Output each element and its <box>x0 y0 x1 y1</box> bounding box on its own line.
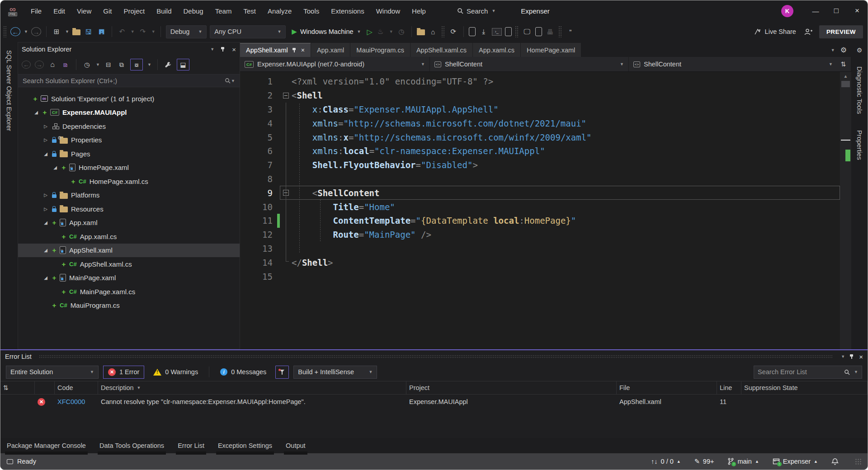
menu-item-extensions[interactable]: Extensions <box>326 5 369 17</box>
chevron-down-icon[interactable]: ▼ <box>210 47 214 52</box>
live-share-button[interactable]: Live Share <box>754 28 796 35</box>
bottom-tab-output[interactable]: Output <box>286 440 306 451</box>
pin-icon[interactable] <box>221 47 226 52</box>
fold-collapse-icon[interactable]: – <box>280 93 292 99</box>
minimize-button[interactable]: — <box>805 2 826 20</box>
menu-item-analyze[interactable]: Analyze <box>263 5 297 17</box>
column-header-code[interactable]: Code <box>55 381 98 394</box>
side-tab-properties[interactable]: Properties <box>855 127 864 164</box>
save-all-button[interactable]: 🖪 <box>97 26 107 37</box>
code-line-9[interactable]: 9– <ShellContent <box>240 186 840 200</box>
side-tab-diagnostic-tools[interactable]: Diagnostic Tools <box>855 63 864 118</box>
menu-item-help[interactable]: Help <box>407 5 431 17</box>
undo-button[interactable]: ↶ <box>117 26 127 37</box>
history-icon[interactable]: ◷ <box>396 26 406 37</box>
code-line-7[interactable]: 7 Shell.FlyoutBehavior="Disabled"> <box>240 158 840 172</box>
editor-tab-mauiprogram-cs[interactable]: MauiProgram.cs <box>350 43 410 57</box>
tree-item-properties[interactable]: ▷Properties <box>18 133 240 147</box>
errors-filter-button[interactable]: ✕ 1 Error <box>103 366 144 379</box>
column-header-description[interactable]: Description▼ <box>98 381 406 394</box>
forward-icon[interactable]: → <box>35 61 44 69</box>
close-icon[interactable]: × <box>859 353 863 361</box>
tree-item-app-xaml-cs[interactable]: +C#App.xaml.cs <box>18 230 240 244</box>
close-icon[interactable]: × <box>301 47 305 54</box>
pin-icon[interactable] <box>292 47 297 53</box>
scroll-up-icon[interactable]: ▲ <box>840 72 851 79</box>
background-tasks-icon[interactable] <box>7 459 13 464</box>
chevron-down-icon[interactable]: ▼ <box>841 354 845 359</box>
navigate-forward-button[interactable]: → <box>31 27 41 36</box>
collapse-all-icon[interactable]: ⊟ <box>104 60 113 70</box>
pending-edits-status[interactable]: ✎ 99+ <box>694 458 714 465</box>
tree-item-mauiprogram-cs[interactable]: +C#MauiProgram.cs <box>18 299 240 313</box>
chevron-down-icon[interactable]: ▼ <box>389 29 393 34</box>
close-button[interactable]: × <box>847 2 868 20</box>
tree-item-pages[interactable]: ◢Pages <box>18 147 240 161</box>
menu-item-view[interactable]: View <box>72 5 96 17</box>
code-line-1[interactable]: 1<?xml version="1.0" encoding="UTF-8" ?> <box>240 75 840 89</box>
bottom-tab-data-tools-operations[interactable]: Data Tools Operations <box>99 440 164 451</box>
split-editor-handle[interactable]: ⇅ <box>841 61 846 68</box>
menu-item-tools[interactable]: Tools <box>298 5 324 17</box>
git-sync-status[interactable]: ↑↓ 0 / 0 ▲ <box>651 458 681 465</box>
bottom-tab-package-manager-console[interactable]: Package Manager Console <box>7 440 86 451</box>
icon-column-header[interactable] <box>35 381 55 394</box>
bottom-tab-error-list[interactable]: Error List <box>178 440 204 451</box>
switch-views-icon[interactable]: 🗈 <box>61 60 70 70</box>
error-list-search-input[interactable]: Search Error List ▼ <box>754 366 862 379</box>
solution-configuration-dropdown[interactable]: Debug▼ <box>166 25 207 38</box>
toolbar-grip[interactable] <box>3 26 6 38</box>
expander-closed-icon[interactable]: ▷ <box>42 137 49 142</box>
menu-item-debug[interactable]: Debug <box>179 5 208 17</box>
navigate-back-button[interactable]: ← <box>10 27 20 36</box>
scrollbar-thumb[interactable] <box>841 81 850 87</box>
tab-list-chevron-icon[interactable]: ▼ <box>831 48 835 52</box>
expander-closed-icon[interactable]: ▷ <box>42 193 49 197</box>
properties-wrench-icon[interactable] <box>164 60 173 70</box>
menu-item-project[interactable]: Project <box>118 5 150 17</box>
chevron-down-icon[interactable]: ▼ <box>147 62 151 67</box>
error-row-xfc0000[interactable]: ✕XFC0000Cannot resolve type "clr-namespa… <box>0 395 868 409</box>
preview-selected-items-button[interactable]: ⬓ <box>177 59 189 70</box>
menu-item-build[interactable]: Build <box>151 5 176 17</box>
menu-item-git[interactable]: Git <box>98 5 117 17</box>
avatar[interactable]: K <box>781 5 793 17</box>
console-icon[interactable]: ›_ <box>492 28 502 36</box>
member-dropdown[interactable]: <> ShellContent ▼ ⇅ <box>629 57 851 71</box>
code-line-12[interactable]: 12 Route="MainPage" /> <box>240 228 840 242</box>
expander-open-icon[interactable]: ◢ <box>42 275 49 280</box>
chevron-down-icon[interactable]: ▼ <box>96 62 100 67</box>
project-dropdown[interactable]: C# Expenser.MAUIAppl (net7.0-android) ▼ <box>240 57 430 71</box>
menu-item-test[interactable]: Test <box>238 5 261 17</box>
code-line-15[interactable]: 15 <box>240 269 840 283</box>
messages-filter-button[interactable]: i 0 Messages <box>216 366 271 379</box>
code-line-3[interactable]: 3 x:Class="Expenser.MAUIAppl.AppShell" <box>240 103 840 117</box>
error-code-link[interactable]: XFC0000 <box>55 398 98 405</box>
tree-item-appshell-xaml[interactable]: ◢+AppShell.xaml <box>18 244 240 258</box>
chevron-down-icon[interactable]: ▼ <box>131 29 135 34</box>
xaml-hot-reload-icon[interactable]: ⟳ <box>448 26 458 37</box>
maximize-button[interactable]: □ <box>826 2 847 20</box>
find-in-files-button[interactable] <box>417 28 425 35</box>
git-repository-status[interactable]: ↑ Expenser ▲ <box>773 458 818 465</box>
code-line-5[interactable]: 5 xmlns:x="http://schemas.microsoft.com/… <box>240 130 840 144</box>
tree-item-resources[interactable]: ▷Resources <box>18 202 240 216</box>
editor-tab-appshell-xaml-cs[interactable]: AppShell.xaml.cs <box>410 43 472 57</box>
tree-item-appshell-xaml-cs[interactable]: +C#AppShell.xaml.cs <box>18 257 240 271</box>
tree-item-mainpage-xaml-cs[interactable]: +C#MainPage.xaml.cs <box>18 285 240 299</box>
chevron-down-icon[interactable]: ▼ <box>24 29 28 34</box>
tree-item-homepage-xaml[interactable]: ◢+HomePage.xaml <box>18 161 240 175</box>
git-branch-status[interactable]: ↑ main ▲ <box>727 458 759 465</box>
expander-open-icon[interactable]: ◢ <box>42 220 49 225</box>
resize-grip[interactable] <box>855 458 861 465</box>
tree-item-homepage-xaml-cs[interactable]: +C#HomePage.xaml.cs <box>18 174 240 188</box>
tree-item-platforms[interactable]: ▷Platforms <box>18 188 240 202</box>
column-header-file[interactable]: File <box>617 381 717 394</box>
feedback-person-icon[interactable] <box>804 28 813 35</box>
solution-explorer-search-input[interactable]: Search Solution Explorer (Ctrl+;) ▼ <box>18 74 240 87</box>
editor-tab-app-xaml[interactable]: App.xaml <box>311 43 350 57</box>
pending-changes-filter-icon[interactable]: ◷ <box>82 60 91 70</box>
notifications-bell-icon[interactable] <box>831 458 839 465</box>
back-icon[interactable]: ← <box>22 61 31 69</box>
pin-icon[interactable] <box>849 354 854 359</box>
